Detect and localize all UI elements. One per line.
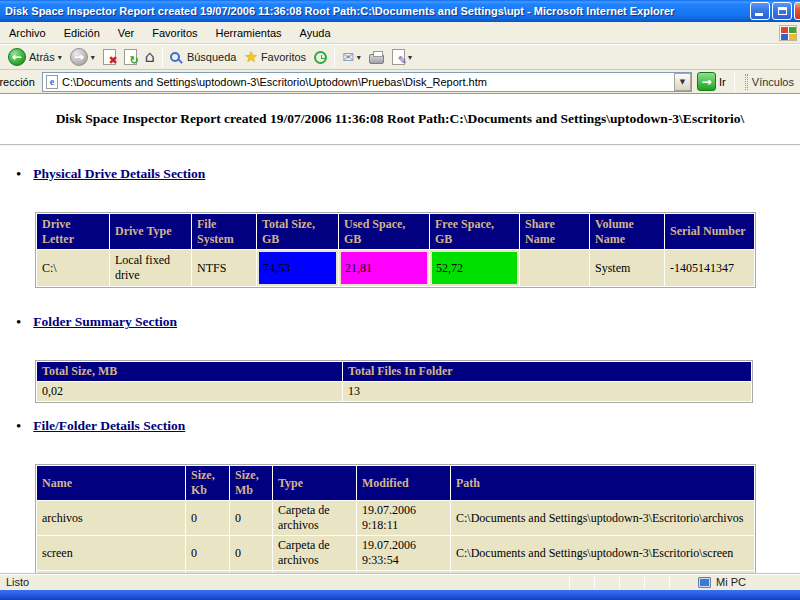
cell-modified: 19.07.2006 9:33:54	[357, 536, 451, 571]
cell-used-space: 21,81	[339, 250, 430, 287]
cell-serial-number: -1405141347	[665, 250, 755, 287]
col-serial-number: Serial Number	[665, 214, 755, 250]
links-bar[interactable]: Vínculos	[737, 74, 798, 90]
my-computer-icon	[698, 577, 711, 588]
edit-dropdown-icon[interactable]: ▾	[408, 53, 412, 62]
total-size-bar: 74,53	[259, 252, 336, 284]
back-button[interactable]: ← Atrás ▾	[4, 47, 66, 67]
mail-button[interactable]: ✉ ▾	[338, 49, 365, 65]
print-button[interactable]	[365, 49, 388, 65]
col-total-size-mb: Total Size, MB	[37, 362, 343, 382]
address-value: C:\Documents and Settings\uptodown-3\Esc…	[62, 76, 674, 88]
bullet-icon: •	[16, 419, 21, 434]
stop-button[interactable]: ✖	[99, 48, 120, 66]
print-icon	[369, 54, 384, 64]
section-folder-summary: • Folder Summary Section	[16, 314, 177, 330]
stop-icon: ✖	[103, 49, 116, 65]
horizontal-rule	[0, 144, 800, 146]
links-grip-icon	[745, 74, 748, 90]
toolbar-separator	[162, 47, 163, 67]
home-button[interactable]: ⌂	[141, 48, 159, 66]
edit-button[interactable]: ✎ ▾	[388, 48, 416, 66]
section-physical-drive-link[interactable]: Physical Drive Details Section	[33, 166, 205, 182]
cell-size-kb	[186, 571, 230, 574]
security-zone: Mi PC	[694, 576, 800, 588]
favorites-star-icon: ★	[244, 50, 257, 65]
title-bar: Disk Space Inspector Report created 19/0…	[0, 0, 800, 22]
free-space-bar: 52,72	[432, 252, 517, 284]
cell-name	[37, 571, 186, 574]
go-button[interactable]: →	[697, 72, 716, 91]
bullet-icon: •	[16, 315, 21, 330]
section-folder-summary-link[interactable]: Folder Summary Section	[33, 314, 177, 330]
col-file-system: File System	[192, 214, 257, 250]
taskbar-edge	[0, 590, 800, 600]
search-button[interactable]: Búsqueda	[166, 50, 241, 64]
col-total-files: Total Files In Folder	[343, 362, 752, 382]
col-path: Path	[451, 466, 755, 501]
history-icon	[314, 51, 327, 64]
forward-dropdown-icon: ▾	[91, 53, 95, 62]
section-physical-drive: • Physical Drive Details Section	[16, 166, 205, 182]
menu-bar: Archivo Edición Ver Favoritos Herramient…	[0, 22, 800, 44]
address-separator	[734, 72, 735, 92]
cell-type: Carpeta de archivos	[273, 571, 357, 574]
menu-herramientas[interactable]: Herramientas	[207, 24, 291, 42]
address-dropdown-button[interactable]: ▼	[674, 73, 691, 91]
col-type: Type	[273, 466, 357, 501]
cell-drive-letter: C:\	[37, 250, 110, 287]
menu-ver[interactable]: Ver	[109, 24, 144, 42]
back-dropdown-icon[interactable]: ▾	[58, 53, 62, 62]
menu-favoritos[interactable]: Favoritos	[143, 24, 206, 42]
close-button[interactable]	[794, 2, 800, 20]
col-size-kb: Size, Kb	[186, 466, 230, 501]
cell-volume-name: System	[590, 250, 665, 287]
address-input[interactable]: e C:\Documents and Settings\uptodown-3\E…	[42, 72, 692, 92]
cell-path: C:\Documents and Settings\uptodown-3\Esc…	[451, 536, 755, 571]
search-label: Búsqueda	[187, 51, 237, 63]
cell-type: Carpeta de archivos	[273, 536, 357, 571]
status-bar: Listo Mi PC	[0, 573, 800, 590]
cell-total-files: 13	[343, 382, 752, 402]
cell-total-size: 74,53	[257, 250, 339, 287]
minimize-button[interactable]	[750, 2, 770, 20]
cell-modified: 19.07.2006	[357, 571, 451, 574]
windows-flag-icon	[779, 25, 797, 41]
refresh-button[interactable]: ↻	[120, 48, 141, 66]
file-details-table: Name Size, Kb Size, Mb Type Modified Pat…	[35, 464, 756, 573]
address-bar: Dirección e C:\Documents and Settings\up…	[0, 70, 800, 94]
table-header-row: Name Size, Kb Size, Mb Type Modified Pat…	[37, 466, 755, 501]
go-arrow-icon: →	[702, 75, 712, 89]
col-drive-type: Drive Type	[110, 214, 192, 250]
col-volume-name: Volume Name	[590, 214, 665, 250]
maximize-button[interactable]	[772, 2, 792, 20]
toolbar: ← Atrás ▾ → ▾ ✖ ↻ ⌂ Búsqueda ★ Favoritos	[0, 44, 800, 70]
back-icon: ←	[8, 48, 26, 66]
mail-dropdown-icon[interactable]: ▾	[357, 53, 361, 62]
forward-button[interactable]: → ▾	[66, 47, 99, 67]
forward-icon: →	[70, 48, 88, 66]
window-title: Disk Space Inspector Report created 19/0…	[0, 5, 674, 17]
table-header-row: Drive Letter Drive Type File System Tota…	[37, 214, 755, 250]
menu-edicion[interactable]: Edición	[55, 24, 109, 42]
zone-label: Mi PC	[716, 576, 746, 588]
cell-modified: 19.07.2006 9:18:11	[357, 501, 451, 536]
links-label: Vínculos	[752, 76, 794, 88]
menu-archivo[interactable]: Archivo	[0, 24, 55, 42]
col-total-size: Total Size, GB	[257, 214, 339, 250]
home-icon: ⌂	[145, 49, 155, 65]
report-title: Disk Space Inspector Report created 19/0…	[0, 111, 800, 127]
favorites-button[interactable]: ★ Favoritos	[240, 49, 310, 66]
status-text: Listo	[0, 576, 569, 588]
col-drive-letter: Drive Letter	[37, 214, 110, 250]
menu-ayuda[interactable]: Ayuda	[291, 24, 340, 42]
section-file-folder-details-link[interactable]: File/Folder Details Section	[33, 418, 185, 434]
go-label: Ir	[719, 76, 726, 88]
mail-icon: ✉	[342, 50, 354, 64]
cell-drive-type: Local fixed drive	[110, 250, 192, 287]
toolbar-separator	[334, 47, 335, 67]
table-row: C:\ Local fixed drive NTFS 74,53 21,81 5…	[37, 250, 755, 287]
col-name: Name	[37, 466, 186, 501]
history-button[interactable]	[310, 50, 331, 65]
drive-details-table: Drive Letter Drive Type File System Tota…	[35, 212, 756, 288]
